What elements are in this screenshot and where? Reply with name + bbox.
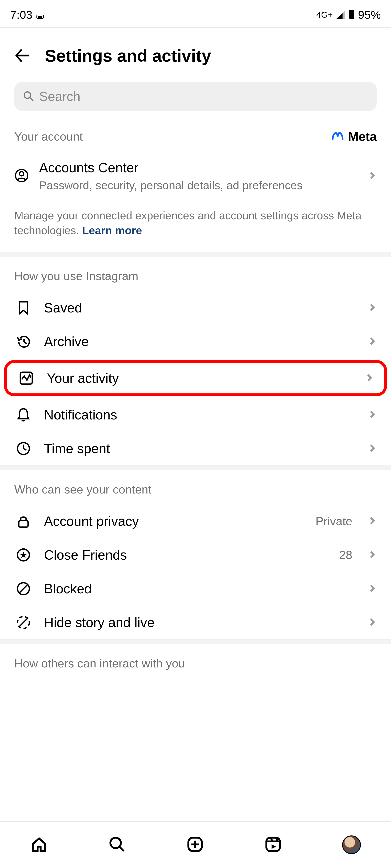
svg-rect-17 (19, 521, 28, 527)
chevron-right-icon (368, 303, 377, 313)
bell-icon (14, 407, 33, 423)
svg-line-12 (24, 342, 27, 344)
meta-brand-text: Meta (348, 129, 377, 144)
row-saved[interactable]: Saved (0, 291, 391, 325)
person-circle-icon (14, 168, 29, 184)
row-value: Private (315, 514, 352, 528)
bottom-nav (0, 821, 391, 868)
search-field[interactable] (14, 82, 377, 111)
section-how-you-use: How you use Instagram (0, 257, 391, 291)
nav-reels[interactable] (264, 835, 282, 854)
accounts-center-title: Accounts Center (39, 160, 358, 175)
row-your-activity[interactable]: Your activity (7, 363, 384, 394)
svg-line-23 (19, 618, 28, 627)
meta-logo-icon (331, 131, 345, 142)
highlight-your-activity: Your activity (4, 360, 387, 396)
section-divider (0, 639, 391, 644)
page-header: Settings and activity (0, 30, 391, 82)
hide-story-icon (14, 615, 33, 630)
lock-icon (14, 513, 33, 529)
row-archive[interactable]: Archive (0, 325, 391, 359)
bookmark-icon (14, 300, 33, 316)
status-time: 7:03 (10, 8, 32, 21)
svg-line-21 (19, 584, 28, 593)
battery-saver-icon (36, 8, 44, 21)
accounts-center-desc: Manage your connected experiences and ac… (0, 200, 391, 252)
history-icon (14, 334, 33, 349)
chevron-right-icon (368, 516, 377, 526)
meta-brand: Meta (331, 129, 377, 144)
section-divider (0, 252, 391, 257)
accounts-center-subtitle: Password, security, personal details, ad… (39, 179, 358, 192)
row-notifications[interactable]: Notifications (0, 398, 391, 432)
svg-line-25 (120, 847, 124, 851)
nav-home[interactable] (30, 835, 48, 854)
activity-icon (17, 370, 35, 386)
nav-profile[interactable] (342, 835, 361, 854)
svg-marker-19 (20, 552, 27, 558)
status-bar: 7:03 4G+ 95% (0, 0, 391, 27)
row-time-spent[interactable]: Time spent (0, 432, 391, 465)
nav-create[interactable] (186, 835, 204, 854)
profile-avatar-icon (342, 835, 361, 854)
row-close-friends[interactable]: Close Friends 28 (0, 538, 391, 572)
section-how-others-interact: How others can interact with you (0, 644, 391, 678)
block-icon (14, 581, 33, 597)
section-who-can-see: Who can see your content (0, 470, 391, 504)
chevron-right-icon (368, 337, 377, 346)
chevron-right-icon (368, 584, 377, 594)
svg-point-24 (110, 838, 121, 848)
learn-more-link[interactable]: Learn more (82, 224, 142, 237)
chevron-right-icon (368, 171, 377, 181)
svg-line-8 (30, 98, 33, 101)
row-value: 28 (339, 548, 352, 562)
svg-line-16 (23, 448, 26, 450)
clock-icon (14, 441, 33, 457)
network-type: 4G+ (316, 10, 333, 20)
chevron-right-icon (368, 618, 377, 627)
page-title: Settings and activity (45, 46, 211, 66)
battery-icon (349, 8, 354, 21)
svg-point-10 (20, 172, 24, 176)
row-account-privacy[interactable]: Account privacy Private (0, 504, 391, 538)
accounts-center-row[interactable]: Accounts Center Password, security, pers… (0, 156, 391, 200)
chevron-right-icon (368, 444, 377, 454)
section-divider (0, 465, 391, 470)
chevron-right-icon (368, 550, 377, 560)
chevron-right-icon (368, 410, 377, 420)
signal-icon (336, 8, 345, 21)
battery-percent: 95% (358, 8, 381, 21)
back-arrow-icon[interactable] (14, 48, 31, 64)
svg-marker-33 (272, 844, 276, 849)
search-icon (23, 91, 34, 102)
nav-search[interactable] (108, 835, 126, 854)
row-blocked[interactable]: Blocked (0, 572, 391, 606)
section-your-account: Your account (14, 130, 83, 143)
star-circle-icon (14, 547, 33, 563)
chevron-right-icon (365, 373, 374, 383)
row-hide-story[interactable]: Hide story and live (0, 606, 391, 639)
search-input[interactable] (39, 89, 368, 104)
